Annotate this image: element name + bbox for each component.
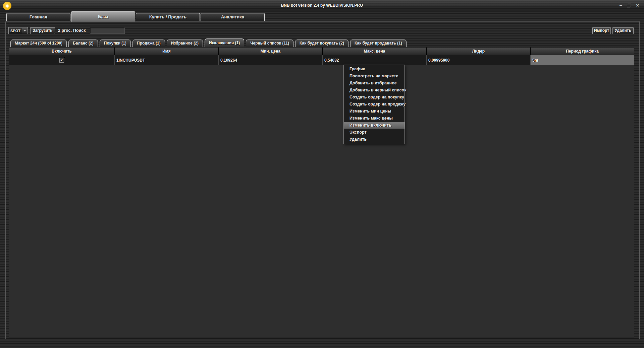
chevron-down-icon[interactable] — [22, 28, 27, 33]
subtab-prodazha[interactable]: Продажа (1) — [132, 40, 165, 47]
subtab-pokupki[interactable]: Покупки (1) — [100, 40, 131, 47]
load-button[interactable]: Загрузить — [30, 27, 55, 34]
tab-glavnaya[interactable]: Главная — [6, 13, 70, 21]
enabled-checkbox[interactable]: ✓ — [59, 58, 64, 63]
menu-item-udalit[interactable]: Удалить — [344, 136, 405, 143]
restore-icon[interactable] — [627, 3, 631, 7]
window-controls: − × — [619, 0, 639, 10]
cell-enable[interactable]: ✓ — [9, 55, 115, 65]
column-header-chart-period[interactable]: Период графика — [531, 48, 634, 55]
search-input[interactable] — [90, 27, 125, 34]
subtab-label: Продажа (1) — [137, 41, 161, 46]
menu-item-posmotret-na-markete[interactable]: Посмотреть на маркете — [344, 73, 405, 80]
table-row[interactable]: ✓ 1INCHUPUSDT 0.109264 0.54632 0.0999590… — [9, 55, 634, 65]
sub-tab-bar: Маркет 24ч (500 of 1200) Баланс (2) Поку… — [10, 39, 407, 47]
search-label: Поиск — [73, 27, 86, 34]
market-type-value: SPOT — [9, 29, 22, 33]
cell-leader[interactable]: 0.09995900 — [427, 55, 531, 65]
close-icon[interactable]: × — [636, 3, 639, 8]
import-button[interactable]: Импорт — [592, 27, 611, 34]
app-window: ❖ BNB bot version 2.4 by WEBDIVISION.PRO… — [0, 0, 644, 348]
title-bar[interactable]: ❖ BNB bot version 2.4 by WEBDIVISION.PRO… — [0, 0, 644, 11]
proc-label: 2 proc. — [58, 27, 72, 34]
context-menu: График Посмотреть на маркете Добавить в … — [343, 65, 405, 144]
column-header-enable[interactable]: Включить — [9, 48, 115, 55]
tab-label: Главная — [30, 14, 47, 19]
subtab-kak-budet-pokupat[interactable]: Как будет покупать (2) — [295, 40, 348, 47]
subtab-kak-budet-prodavat[interactable]: Как будет продавать (1) — [350, 40, 407, 47]
subtab-market-24h[interactable]: Маркет 24ч (500 of 1200) — [10, 40, 67, 47]
column-header-name[interactable]: Имя — [115, 48, 219, 55]
table-header-row: Включить Имя Мин. цена Макс. цена Лидер … — [9, 48, 634, 55]
subtab-label: Как будет покупать (2) — [300, 41, 344, 46]
subtab-label: Баланс (2) — [73, 41, 94, 46]
subtab-isklyucheniya[interactable]: Исключения (1) — [205, 39, 244, 47]
market-type-select[interactable]: SPOT — [8, 27, 28, 34]
menu-item-grafik[interactable]: График — [344, 66, 405, 73]
tab-baza[interactable]: База — [71, 11, 135, 22]
exclusions-table: Включить Имя Мин. цена Макс. цена Лидер … — [9, 47, 634, 338]
tab-label: Аналитика — [221, 14, 244, 19]
menu-item-sozdat-order-pokupka[interactable]: Создать ордер на покупку — [344, 94, 405, 101]
column-header-leader[interactable]: Лидер — [427, 48, 531, 55]
menu-item-izmenit-maks-tseny[interactable]: Изменить макс цены — [344, 115, 405, 122]
column-header-max-price[interactable]: Макс. цена — [323, 48, 427, 55]
minimize-icon[interactable]: − — [619, 3, 622, 8]
cell-min-price[interactable]: 0.109264 — [219, 55, 323, 65]
subtab-cherny-spisok[interactable]: Черный список (11) — [246, 40, 293, 47]
cell-max-price[interactable]: 0.54632 — [323, 55, 427, 65]
cell-chart-period[interactable]: 5m — [531, 55, 634, 65]
menu-item-sozdat-order-prodazha[interactable]: Создать ордер на продажу — [344, 101, 405, 108]
subtab-label: Покупки (1) — [104, 41, 126, 46]
column-header-min-price[interactable]: Мин. цена — [219, 48, 323, 55]
restore-front-square — [627, 4, 630, 7]
tab-label: Купить / Продать — [149, 14, 186, 19]
subtab-label: Исключения (1) — [209, 41, 240, 45]
subtab-label: Черный список (11) — [250, 41, 289, 46]
delete-button[interactable]: Удалить — [612, 27, 634, 34]
menu-item-izmenit-min-tseny[interactable]: Изменить мин цены — [344, 108, 405, 115]
tab-label: База — [98, 14, 108, 19]
subtab-label: Маркет 24ч (500 of 1200) — [15, 41, 62, 46]
subtab-balans[interactable]: Баланс (2) — [68, 40, 98, 47]
tab-kupit-prodat[interactable]: Купить / Продать — [136, 13, 200, 21]
menu-item-dobavit-v-cherny-spisok[interactable]: Добавить в черный список — [344, 87, 405, 94]
menu-item-dobavit-v-izbrannoe[interactable]: Добавить в избранное — [344, 80, 405, 87]
subtab-label: Как будет продавать (1) — [355, 41, 402, 46]
menu-item-eksport[interactable]: Экспорт — [344, 129, 405, 136]
tab-analitika[interactable]: Аналитика — [201, 13, 265, 21]
window-title: BNB bot version 2.4 by WEBDIVISION.PRO — [0, 0, 644, 10]
cell-name[interactable]: 1INCHUPUSDT — [115, 55, 219, 65]
subtab-label: Избранное (2) — [171, 41, 199, 46]
menu-item-izmenit-vklyuchit[interactable]: Изменить включить — [344, 122, 405, 129]
subtab-izbrannoe[interactable]: Избранное (2) — [167, 40, 203, 47]
